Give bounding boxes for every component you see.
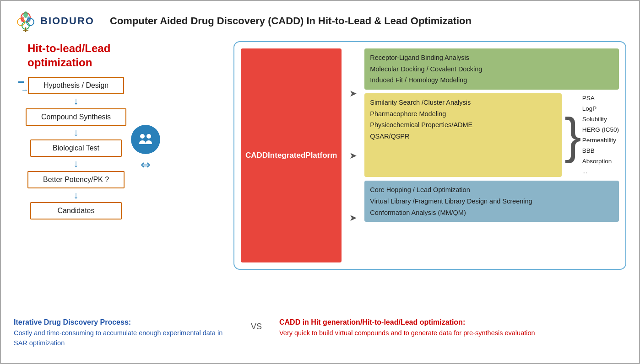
main-container: BIODURO Computer Aided Drug Discovery (C… [0,0,640,364]
flow-box-synthesis: Compound Synthesis [26,108,126,126]
flow-and-icon: → Hypothesis / Design ↓ Compound Synthes… [14,77,229,219]
people-icon [136,130,155,149]
icon-and-arrow: ⇔ [131,125,160,172]
blue-item-2: Virtual Library /Fragment Library Design… [370,196,613,207]
arrow-down-3: ↓ [74,158,79,170]
yellow-row: Similarity Search /Cluster Analysis Phar… [364,93,619,177]
svg-point-8 [21,16,24,22]
left-panel: Hit-to-lead/Lead optimization → [14,41,233,311]
brace-open: } [564,114,581,157]
green-item-2: Molecular Docking / Covalent Docking [370,64,613,75]
svg-point-11 [146,134,151,139]
blue-item-3: Conformation Analysis (MM/QM) [370,207,613,219]
logo-area: BIODURO [14,9,96,33]
header: BIODURO Computer Aided Drug Discovery (C… [14,9,626,33]
properties-list: PSA LogP Solubility HERG (IC50) Permeabi… [582,93,619,177]
bottom-left-title: Iterative Drug Discovery Process: [14,318,233,327]
flow-steps: Hypothesis / Design ↓ Compound Synthesis… [26,77,126,219]
bottom-right-title: CADD in Hit generation/Hit-to-lead/Lead … [279,318,626,327]
svg-point-7 [23,11,28,18]
cadd-box: CADD Integrated Platform [241,48,342,262]
right-panel: CADD Integrated Platform ➤ ➤ ➤ Receptor-… [233,41,626,311]
arrow-down-4: ↓ [74,189,79,201]
arrow-to-green: ➤ [349,88,357,99]
arrow-down-1: ↓ [74,95,79,107]
green-category: Receptor-Ligand Binding Analysis Molecul… [364,48,619,90]
arrow-to-yellow: ➤ [349,150,357,161]
page-title: Computer Aided Drug Discovery (CADD) In … [110,15,472,27]
blue-category: Core Hopping / Lead Optimization Virtual… [364,181,619,222]
flow-box-hypothesis: Hypothesis / Design [28,77,124,94]
green-item-3: Induced Fit / Homology Modeling [370,75,613,86]
bioduro-logo-icon [14,9,38,33]
flow-diagram: → Hypothesis / Design ↓ Compound Synthes… [18,77,126,219]
yellow-item-4: QSAR/QSPR [370,131,556,142]
flow-box-potency: Better Potency/PK ? [27,171,125,188]
bottom-left: Iterative Drug Discovery Process: Costly… [14,318,233,348]
bottom-section: Iterative Drug Discovery Process: Costly… [14,318,626,348]
arrow-down-2: ↓ [74,127,79,139]
content-area: Hit-to-lead/Lead optimization → [14,41,626,311]
bottom-right: CADD in Hit generation/Hit-to-lead/Lead … [279,318,626,348]
bottom-right-desc: Very quick to build virtual compounds an… [279,328,626,338]
flow-box-candidates: Candidates [30,202,122,219]
cadd-frame: CADD Integrated Platform ➤ ➤ ➤ Receptor-… [233,41,626,270]
yellow-item-3: Physicochemical Properties/ADME [370,119,556,131]
people-icon-circle [131,125,160,154]
svg-point-10 [140,134,145,139]
cadd-categories: Receptor-Ligand Binding Analysis Molecul… [364,48,619,262]
yellow-item-1: Similarity Search /Cluster Analysis [370,97,556,108]
yellow-category: Similarity Search /Cluster Analysis Phar… [364,93,562,177]
blue-item-1: Core Hopping / Lead Optimization [370,184,613,196]
green-item-1: Receptor-Ligand Binding Analysis [370,52,613,64]
yellow-item-2: Pharmacophore Modeling [370,108,556,120]
bottom-left-desc: Costly and time-consuming to accumulate … [14,328,233,348]
svg-point-9 [27,16,31,22]
cadd-arrows: ➤ ➤ ➤ [346,48,360,262]
logo-text: BIODURO [40,15,94,27]
double-arrow-symbol: ⇔ [141,158,151,172]
arrow-to-blue: ➤ [349,212,357,223]
hit-to-lead-title: Hit-to-lead/Lead optimization [27,41,229,70]
properties-brace-area: } PSA LogP Solubility HERG (IC50) Permea… [564,93,619,177]
flow-box-biotest: Biological Test [30,139,122,157]
vs-text: VS [233,318,279,348]
